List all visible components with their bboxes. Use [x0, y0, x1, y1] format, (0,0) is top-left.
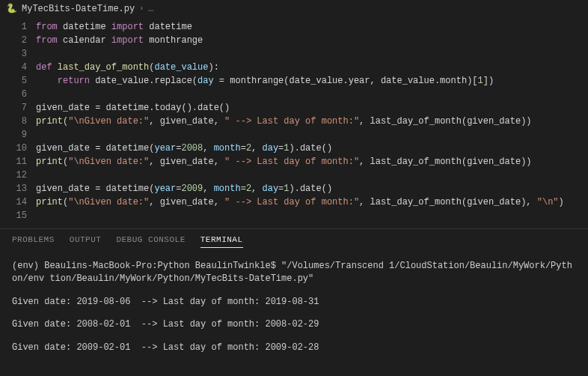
code-line[interactable]: def last_day_of_month(date_value):	[36, 61, 588, 74]
line-number: 6	[0, 88, 27, 101]
breadcrumb-ellipsis: …	[148, 4, 153, 14]
code-line[interactable]	[36, 209, 588, 222]
terminal-panel[interactable]: (env) Beaulins-MacBook-Pro:Python Beauli…	[0, 254, 588, 376]
terminal-line: Given date: 2008-02-01 --> Last day of m…	[12, 318, 576, 331]
line-number: 7	[0, 101, 27, 115]
code-line[interactable]: print("\nGiven date:", given_date, " -->…	[36, 115, 588, 128]
python-file-icon: 🐍	[6, 3, 17, 14]
code-line[interactable]	[36, 47, 588, 61]
panel-tab-debug-console[interactable]: DEBUG CONSOLE	[116, 235, 185, 248]
panel-tab-output[interactable]: OUTPUT	[70, 235, 102, 248]
terminal-line: (env) Beaulins-MacBook-Pro:Python Beauli…	[12, 260, 576, 285]
code-line[interactable]: from calendar import monthrange	[36, 34, 588, 47]
panel-tabs: PROBLEMSOUTPUTDEBUG CONSOLETERMINAL	[0, 228, 588, 254]
chevron-right-icon: ›	[139, 4, 144, 13]
terminal-line: (env) Beaulins-MacBook-Pro:Python Beauli…	[12, 365, 576, 376]
code-line[interactable]	[36, 128, 588, 142]
line-number: 15	[0, 209, 27, 222]
line-number: 4	[0, 61, 27, 74]
code-line[interactable]: given_date = datetime(year=2009, month=2…	[36, 182, 588, 195]
line-number: 14	[0, 195, 27, 209]
breadcrumb[interactable]: 🐍 MyTecBits-DateTime.py › …	[0, 0, 588, 17]
code-line[interactable]: given_date = datetime.today().date()	[36, 101, 588, 115]
terminal-line: Given date: 2019-08-06 --> Last day of m…	[12, 296, 576, 309]
line-number: 8	[0, 115, 27, 128]
terminal-line: Given date: 2009-02-01 --> Last day of m…	[12, 342, 576, 354]
code-content[interactable]: from datetime import datetimefrom calend…	[36, 20, 588, 222]
line-number: 2	[0, 34, 27, 47]
breadcrumb-filename: MyTecBits-DateTime.py	[22, 4, 135, 14]
code-line[interactable]	[36, 88, 588, 101]
code-line[interactable]: given_date = datetime(year=2008, month=2…	[36, 142, 588, 155]
code-line[interactable]: return date_value.replace(day = monthran…	[36, 74, 588, 88]
line-number-gutter: 123456789101112131415	[0, 20, 36, 222]
line-number: 9	[0, 128, 27, 142]
line-number: 10	[0, 142, 27, 155]
panel-tab-problems[interactable]: PROBLEMS	[12, 235, 55, 248]
line-number: 3	[0, 47, 27, 61]
code-line[interactable]: print("\nGiven date:", given_date, " -->…	[36, 195, 588, 209]
code-line[interactable]: from datetime import datetime	[36, 20, 588, 34]
panel-tab-terminal[interactable]: TERMINAL	[200, 235, 243, 248]
code-line[interactable]	[36, 169, 588, 182]
code-editor[interactable]: 123456789101112131415 from datetime impo…	[0, 17, 588, 222]
code-line[interactable]: print("\nGiven date:", given_date, " -->…	[36, 155, 588, 169]
line-number: 5	[0, 74, 27, 88]
line-number: 12	[0, 169, 27, 182]
line-number: 1	[0, 20, 27, 34]
line-number: 11	[0, 155, 27, 169]
line-number: 13	[0, 182, 27, 195]
